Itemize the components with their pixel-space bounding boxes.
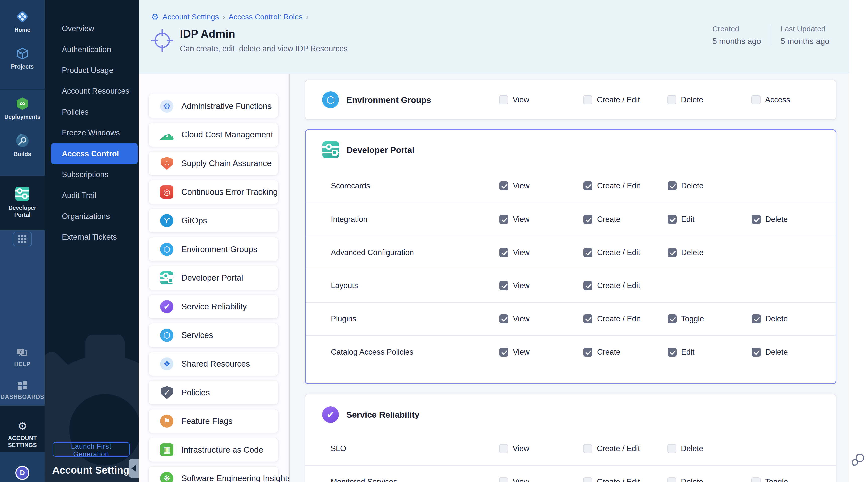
permission-cell: View xyxy=(499,444,583,453)
category-environment-groups[interactable]: ⬡ Environment Groups xyxy=(149,238,278,261)
delete-checkbox[interactable] xyxy=(667,478,676,482)
section-title: Environment Groups xyxy=(346,95,431,105)
cloud-cost-management-icon: ☁ $ xyxy=(160,128,173,141)
permission-label: View xyxy=(513,314,530,324)
sidebar-item-external-tickets[interactable]: External Tickets xyxy=(45,227,138,247)
chat-widget-icon[interactable] xyxy=(851,449,866,470)
delete-checkbox[interactable] xyxy=(752,348,761,357)
permission-label: View xyxy=(513,478,529,482)
sidebar-item-developer-portal[interactable]: Developer Portal xyxy=(0,186,45,218)
permission-row: Layouts View xyxy=(306,269,836,302)
developer-portal-icon xyxy=(160,271,173,284)
sidebar-item-builds[interactable]: Builds xyxy=(0,134,45,158)
edit-checkbox[interactable] xyxy=(668,348,677,357)
category-label: Continuous Error Tracking xyxy=(181,187,278,197)
view-checkbox[interactable] xyxy=(499,181,508,190)
sidebar-item-deployments[interactable]: ∞ Deployments xyxy=(0,96,45,121)
permission-row: Advanced Configuration View xyxy=(306,236,836,269)
sidebar-item-organizations[interactable]: Organizations xyxy=(45,206,138,227)
service-reliability-icon: ✔ xyxy=(322,406,339,423)
sidebar-item-projects[interactable]: Projects xyxy=(0,47,45,70)
permission-label: Toggle xyxy=(765,478,788,482)
module-segment-user: D xyxy=(0,452,45,482)
module-grid-button[interactable] xyxy=(13,232,32,246)
permission-row: Monitored Services View xyxy=(305,465,836,482)
delete-checkbox[interactable] xyxy=(752,215,761,224)
view-checkbox[interactable] xyxy=(499,95,508,104)
role-description: Can create, edit, delete and view IDP Re… xyxy=(180,44,348,53)
view-checkbox[interactable] xyxy=(499,281,508,290)
delete-checkbox[interactable] xyxy=(667,444,676,453)
view-checkbox[interactable] xyxy=(499,215,508,224)
breadcrumb-link-access-control-roles[interactable]: Access Control: Roles xyxy=(228,12,303,21)
sidebar-item-access-control[interactable]: Access Control xyxy=(51,143,137,164)
sidebar-item-product-usage[interactable]: Product Usage xyxy=(45,60,138,81)
create-edit-checkbox[interactable] xyxy=(583,248,592,257)
create-edit-checkbox[interactable] xyxy=(583,478,592,482)
sidebar-item-authentication[interactable]: Authentication xyxy=(45,39,138,60)
category-infrastructure-as-code[interactable]: ▦ Infrastructure as Code xyxy=(149,438,278,462)
sidebar-item-overview[interactable]: Overview xyxy=(45,18,138,39)
permission-cell: Delete xyxy=(667,95,751,104)
category-continuous-error-tracking[interactable]: ◎ Continuous Error Tracking xyxy=(149,180,278,204)
sidebar-item-account-resources[interactable]: Account Resources xyxy=(45,81,138,101)
create-edit-checkbox[interactable] xyxy=(583,281,592,290)
category-developer-portal[interactable]: Developer Portal xyxy=(149,266,278,290)
toggle-checkbox[interactable] xyxy=(668,314,677,324)
category-shared-resources[interactable]: ❖ Shared Resources xyxy=(149,352,278,376)
sidebar-item-subscriptions[interactable]: Subscriptions xyxy=(45,164,138,185)
sidebar-item-account-settings[interactable]: ⚙ ACCOUNT SETTINGS xyxy=(0,421,45,449)
breadcrumb-separator: › xyxy=(222,12,225,21)
create-checkbox[interactable] xyxy=(583,215,592,224)
access-checkbox[interactable] xyxy=(751,95,761,104)
create-edit-checkbox[interactable] xyxy=(583,444,592,453)
category-supply-chain-assurance[interactable]: ∴ Supply Chain Assurance xyxy=(149,152,278,175)
launch-first-generation-button[interactable]: Launch First Generation xyxy=(53,442,130,457)
nav-item-label: Subscriptions xyxy=(62,170,108,179)
breadcrumb-link-account-settings[interactable]: Account Settings xyxy=(162,12,219,21)
sidebar-item-home[interactable]: Home xyxy=(0,9,45,34)
module-label: Home xyxy=(14,27,30,34)
delete-checkbox[interactable] xyxy=(668,181,677,190)
breadcrumb: ⚙ Account Settings › Access Control: Rol… xyxy=(151,0,849,21)
sidebar-item-freeze-windows[interactable]: Freeze Windows xyxy=(45,122,138,143)
view-checkbox[interactable] xyxy=(499,314,508,324)
delete-checkbox[interactable] xyxy=(752,314,761,324)
view-checkbox[interactable] xyxy=(499,348,508,357)
sidebar-item-policies[interactable]: Policies xyxy=(45,101,138,122)
sidebar-collapse-button[interactable] xyxy=(129,459,138,478)
view-checkbox[interactable] xyxy=(499,248,508,257)
create-edit-checkbox[interactable] xyxy=(583,181,592,190)
create-checkbox[interactable] xyxy=(583,348,592,357)
avatar[interactable]: D xyxy=(15,466,29,480)
category-service-reliability[interactable]: ✔ Service Reliability xyxy=(149,295,278,319)
category-services[interactable]: ⬡ Services xyxy=(149,324,278,347)
category-software-engineering-insights[interactable]: ❋ Software Engineering Insights xyxy=(149,467,278,482)
category-policies[interactable]: ✓ Policies xyxy=(149,381,278,404)
permission-cell: View xyxy=(499,314,583,324)
sidebar-item-audit-trail[interactable]: Audit Trail xyxy=(45,185,138,206)
sidebar-item-dashboards[interactable]: DASHBOARDS xyxy=(0,381,44,400)
environment-groups-icon: ⬡ xyxy=(160,243,173,256)
created-label: Created xyxy=(712,25,761,33)
permission-cell: Delete xyxy=(667,478,751,482)
builds-icon xyxy=(15,134,29,148)
category-administrative-functions[interactable]: ⚙ Administrative Functions xyxy=(149,94,278,118)
toggle-checkbox[interactable] xyxy=(751,478,761,482)
permission-label: View xyxy=(513,348,530,357)
permission-cell: View xyxy=(499,348,583,357)
delete-checkbox[interactable] xyxy=(668,248,677,257)
permission-label: Delete xyxy=(681,248,704,257)
category-cloud-cost-management[interactable]: ☁ $ Cloud Cost Management xyxy=(149,123,278,147)
create-edit-checkbox[interactable] xyxy=(583,95,592,104)
environment-groups-icon: ⬡ xyxy=(322,91,339,108)
category-gitops[interactable]: ϒ GitOps xyxy=(149,209,278,233)
view-checkbox[interactable] xyxy=(499,444,508,453)
category-label: Software Engineering Insights xyxy=(181,474,289,482)
create-edit-checkbox[interactable] xyxy=(583,314,592,324)
category-feature-flags[interactable]: ⚑ Feature Flags xyxy=(149,410,278,433)
edit-checkbox[interactable] xyxy=(668,215,677,224)
sidebar-item-help[interactable]: ? HELP xyxy=(14,348,30,368)
delete-checkbox[interactable] xyxy=(667,95,676,104)
view-checkbox[interactable] xyxy=(499,478,508,482)
